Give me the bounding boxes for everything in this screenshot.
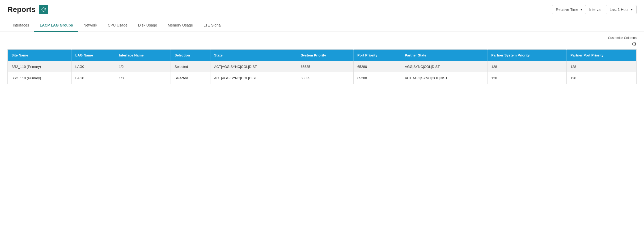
- cell-selection: Selected: [171, 61, 210, 72]
- table-header: Site NameLAG NameInterface NameSelection…: [8, 50, 637, 61]
- relative-time-label: Relative Time: [556, 7, 578, 12]
- page-title: Reports: [7, 5, 36, 14]
- cell-port-priority: 65280: [354, 61, 401, 72]
- header-left: Reports: [7, 5, 48, 14]
- col-header-site-name: Site Name: [8, 50, 72, 61]
- col-header-interface-name: Interface Name: [115, 50, 171, 61]
- interval-dropdown[interactable]: Last 1 Hour ▾: [606, 5, 637, 14]
- table-header-row: Site NameLAG NameInterface NameSelection…: [8, 50, 637, 61]
- interval-value: Last 1 Hour: [610, 7, 629, 12]
- cell-partner-system-priority: 128: [488, 72, 567, 84]
- table-body: BR2_110 (Primary)LAG01/2SelectedACT|AGG|…: [8, 61, 637, 84]
- tab-cpu-usage[interactable]: CPU Usage: [103, 19, 133, 32]
- tab-disk-usage[interactable]: Disk Usage: [133, 19, 163, 32]
- cell-partner-port-priority: 128: [567, 61, 637, 72]
- cell-site-name: BR2_110 (Primary): [8, 61, 72, 72]
- chevron-down-icon-interval: ▾: [631, 8, 633, 11]
- cell-state: ACT|AGG|SYNC|COL|DIST: [210, 72, 297, 84]
- cell-site-name: BR2_110 (Primary): [8, 72, 72, 84]
- cell-partner-state: AGG|SYNC|COL|DIST: [401, 61, 488, 72]
- page-header: Reports Relative Time ▾ Interval: Last 1…: [0, 0, 644, 17]
- cell-port-priority: 65280: [354, 72, 401, 84]
- cell-interface-name: 1/2: [115, 61, 171, 72]
- col-header-partner-system-priority: Partner System Priority: [488, 50, 567, 61]
- tab-network[interactable]: Network: [78, 19, 102, 32]
- gear-icon[interactable]: ⚙: [632, 41, 637, 47]
- customize-columns-label: Customize Columns: [608, 36, 637, 40]
- relative-time-dropdown[interactable]: Relative Time ▾: [552, 5, 586, 14]
- cell-partner-system-priority: 128: [488, 61, 567, 72]
- col-header-port-priority: Port Priority: [354, 50, 401, 61]
- cell-partner-port-priority: 128: [567, 72, 637, 84]
- col-header-lag-name: LAG Name: [71, 50, 115, 61]
- tab-lte-signal[interactable]: LTE Signal: [198, 19, 227, 32]
- cell-system-priority: 65535: [297, 72, 353, 84]
- table-row: BR2_110 (Primary)LAG01/3SelectedACT|AGG|…: [8, 72, 637, 84]
- cell-partner-state: ACT|AGG|SYNC|COL|DIST: [401, 72, 488, 84]
- header-right: Relative Time ▾ Interval: Last 1 Hour ▾: [552, 5, 637, 14]
- tab-interfaces[interactable]: Interfaces: [7, 19, 34, 32]
- table-row: BR2_110 (Primary)LAG01/2SelectedACT|AGG|…: [8, 61, 637, 72]
- refresh-button[interactable]: [39, 5, 48, 14]
- chevron-down-icon: ▾: [581, 8, 582, 11]
- tab-memory-usage[interactable]: Memory Usage: [162, 19, 198, 32]
- cell-system-priority: 65535: [297, 61, 353, 72]
- col-header-state: State: [210, 50, 297, 61]
- cell-state: ACT|AGG|SYNC|COL|DIST: [210, 61, 297, 72]
- col-header-selection: Selection: [171, 50, 210, 61]
- cell-lag-name: LAG0: [71, 72, 115, 84]
- cell-selection: Selected: [171, 72, 210, 84]
- cell-interface-name: 1/3: [115, 72, 171, 84]
- tabs-bar: InterfacesLACP LAG GroupsNetworkCPU Usag…: [0, 19, 644, 32]
- col-header-partner-state: Partner State: [401, 50, 488, 61]
- customize-columns-container: Customize Columns ⚙: [7, 36, 637, 47]
- tab-lacp-lag-groups[interactable]: LACP LAG Groups: [34, 19, 78, 32]
- interval-label: Interval:: [589, 7, 603, 12]
- col-header-partner-port-priority: Partner Port Priority: [567, 50, 637, 61]
- cell-lag-name: LAG0: [71, 61, 115, 72]
- table-section: Customize Columns ⚙ Site NameLAG NameInt…: [0, 32, 644, 91]
- col-header-system-priority: System Priority: [297, 50, 353, 61]
- lag-groups-table: Site NameLAG NameInterface NameSelection…: [7, 49, 637, 84]
